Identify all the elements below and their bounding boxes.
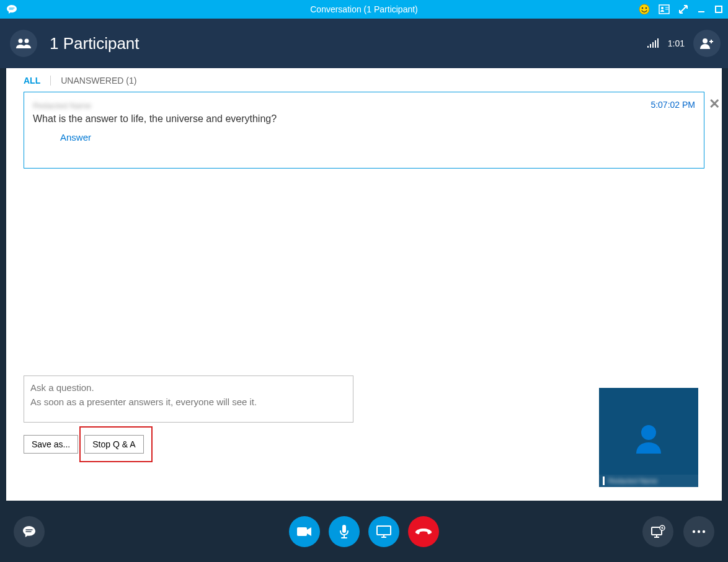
window-title: Conversation (1 Participant): [310, 4, 418, 14]
call-controls: [0, 501, 728, 562]
question-timestamp: 5:07:02 PM: [650, 100, 695, 110]
ask-question-input[interactable]: [24, 375, 353, 423]
video-participant-name: Redacted Name: [608, 477, 658, 485]
svg-point-6: [19, 39, 23, 43]
svg-rect-11: [655, 40, 656, 48]
qa-panel: ALL UNANSWERED (1) Redacted Name 5:07:02…: [6, 68, 722, 501]
svg-point-21: [698, 530, 700, 532]
call-timer: 1:01: [668, 38, 685, 48]
chat-icon: [6, 4, 17, 14]
svg-rect-9: [650, 44, 651, 48]
fullscreen-icon[interactable]: [678, 4, 688, 14]
participant-count: 1 Participant: [50, 34, 140, 53]
tab-unanswered[interactable]: UNANSWERED (1): [61, 76, 136, 86]
more-options-button[interactable]: [683, 516, 714, 547]
add-person-button[interactable]: [693, 30, 721, 57]
tab-all[interactable]: ALL: [24, 76, 40, 86]
svg-point-1: [642, 7, 644, 9]
question-card: Redacted Name 5:07:02 PM What is the ans…: [24, 92, 704, 169]
save-as-button[interactable]: Save as...: [24, 435, 78, 454]
title-bar: Conversation (1 Participant): [0, 0, 728, 19]
video-button[interactable]: [289, 516, 320, 547]
qa-tabs: ALL UNANSWERED (1): [6, 68, 722, 92]
emoji-icon[interactable]: [639, 4, 650, 15]
question-author: Redacted Name: [33, 101, 91, 110]
svg-rect-15: [297, 527, 307, 536]
hangup-button[interactable]: [408, 516, 439, 547]
qa-buttons-row: Save as... Stop Q & A: [24, 435, 144, 454]
participants-button[interactable]: [10, 30, 37, 57]
svg-point-14: [641, 425, 656, 440]
svg-rect-12: [657, 38, 659, 48]
question-text: What is the answer to life, the universe…: [33, 113, 695, 125]
svg-rect-8: [647, 46, 649, 48]
minimize-icon[interactable]: [697, 5, 706, 14]
svg-point-13: [703, 38, 708, 43]
tab-separator: [50, 76, 51, 86]
svg-point-0: [639, 4, 649, 14]
video-self-thumbnail[interactable]: Redacted Name: [599, 388, 698, 487]
svg-point-20: [693, 530, 695, 532]
contacts-icon[interactable]: [659, 4, 670, 14]
svg-rect-17: [377, 526, 391, 535]
manage-content-button[interactable]: [642, 516, 673, 547]
svg-point-7: [25, 39, 29, 43]
mic-button[interactable]: [329, 516, 360, 547]
svg-rect-16: [342, 525, 346, 533]
title-bar-right: [639, 4, 723, 15]
header-right: 1:01: [647, 30, 721, 57]
avatar-icon: [630, 419, 667, 456]
svg-rect-10: [652, 42, 654, 48]
maximize-icon[interactable]: [714, 5, 723, 14]
video-name-bar: Redacted Name: [599, 475, 698, 487]
stop-qa-button[interactable]: Stop Q & A: [84, 435, 143, 454]
svg-point-2: [646, 7, 647, 9]
present-button[interactable]: [368, 516, 399, 547]
answer-link[interactable]: Answer: [60, 132, 91, 143]
chat-button[interactable]: [14, 516, 45, 547]
header-bar: 1 Participant 1:01: [0, 19, 728, 68]
svg-point-4: [661, 7, 664, 9]
signal-icon: [647, 38, 659, 48]
dismiss-question-button[interactable]: ✕: [709, 96, 720, 112]
svg-rect-5: [716, 6, 722, 12]
svg-point-22: [703, 530, 705, 532]
